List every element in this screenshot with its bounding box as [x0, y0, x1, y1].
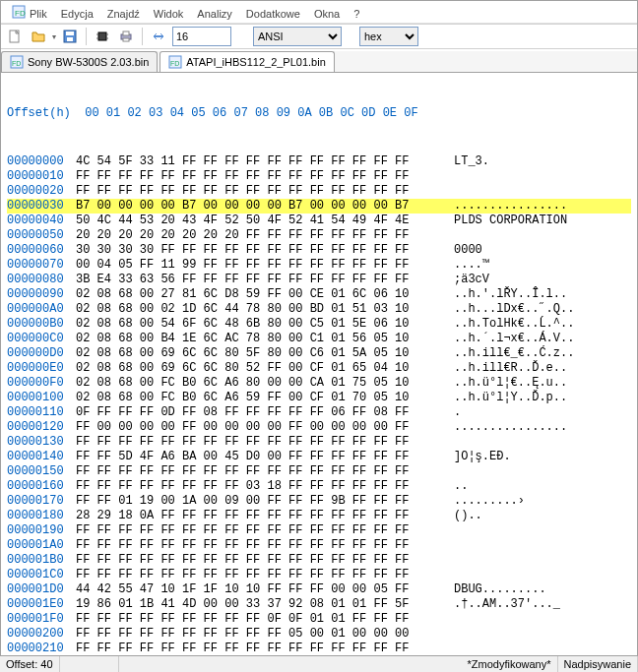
menu-analizy[interactable]: Analizy: [190, 6, 238, 22]
tab-sony[interactable]: FD Sony BW-5300S 2.03.bin: [1, 51, 158, 72]
hex-row[interactable]: 000001E0 19 86 01 1B 41 4D 00 00 33 37 9…: [7, 597, 631, 612]
save-icon[interactable]: [60, 27, 80, 46]
hex-row[interactable]: 000001D0 44 42 55 47 10 1F 1F 10 10 FF F…: [7, 582, 631, 597]
hex-row[interactable]: 00000120 FF 00 00 00 00 FF 00 00 00 00 F…: [7, 420, 631, 435]
hex-row[interactable]: 00000080 3B E4 33 63 56 FF FF FF FF FF F…: [7, 273, 631, 287]
hex-row[interactable]: 00000160 FF FF FF FF FF FF FF FF 03 18 F…: [7, 479, 631, 494]
bytes-per-line-input[interactable]: [172, 27, 231, 46]
hex-row[interactable]: 00000020 FF FF FF FF FF FF FF FF FF FF F…: [7, 184, 631, 199]
hex-row[interactable]: 00000180 28 29 18 0A FF FF FF FF FF FF F…: [7, 509, 631, 523]
tab-label: Sony BW-5300S 2.03.bin: [28, 56, 149, 68]
hex-row[interactable]: 00000200 FF FF FF FF FF FF FF FF FF FF 0…: [7, 627, 631, 641]
menu-plik[interactable]: Plik: [23, 6, 54, 22]
svg-rect-4: [66, 31, 74, 35]
hex-row[interactable]: 00000090 02 08 68 00 27 81 6C D8 59 FF 0…: [7, 287, 631, 302]
status-mode: Nadpisywanie: [558, 656, 638, 672]
print-icon[interactable]: [116, 27, 136, 46]
base-select[interactable]: hex: [359, 27, 418, 46]
hex-row[interactable]: 000000C0 02 08 68 00 B4 1E 6C AC 78 80 0…: [7, 332, 631, 346]
svg-rect-5: [67, 37, 73, 41]
hex-header: Offset(h) 00 01 02 03 04 05 06 07 08 09 …: [7, 106, 631, 121]
svg-rect-12: [123, 31, 129, 35]
hex-row[interactable]: 00000040 50 4C 44 53 20 43 4F 52 50 4F 5…: [7, 214, 631, 228]
menu-okna[interactable]: Okna: [307, 6, 347, 22]
status-modified: *Zmodyfikowany*: [462, 656, 558, 672]
hex-row[interactable]: 00000060 30 30 30 30 FF FF FF FF FF FF F…: [7, 243, 631, 258]
hex-row[interactable]: 00000130 FF FF FF FF FF FF FF FF FF FF F…: [7, 435, 631, 450]
new-file-icon[interactable]: [5, 27, 25, 46]
hex-row[interactable]: 000001C0 FF FF FF FF FF FF FF FF FF FF F…: [7, 568, 631, 582]
status-offset: Offset: 40: [0, 656, 60, 672]
separator: [142, 28, 143, 45]
hex-row[interactable]: 00000140 FF FF 5D 4F A6 BA 00 45 D0 00 F…: [7, 450, 631, 464]
hex-row[interactable]: 000000A0 02 08 68 00 02 1D 6C 44 78 80 0…: [7, 302, 631, 317]
menu-dodatkowe[interactable]: Dodatkowe: [239, 6, 307, 22]
separator: [86, 28, 87, 45]
status-bar: Offset: 40 *Zmodyfikowany* Nadpisywanie: [0, 655, 638, 672]
chip-icon[interactable]: [93, 27, 112, 46]
hex-row[interactable]: 00000170 FF FF 01 19 00 1A 00 09 00 FF F…: [7, 494, 631, 509]
svg-text:FD: FD: [12, 60, 21, 67]
hex-row[interactable]: 00000100 02 08 68 00 FC B0 6C A6 59 FF 0…: [7, 391, 631, 405]
tab-bar: FD Sony BW-5300S 2.03.bin FD ATAPI_iHBS1…: [1, 51, 637, 73]
file-icon: FD: [10, 55, 24, 69]
menu-items: Plik Edycja Znajdź Widok Analizy Dodatko…: [1, 4, 637, 25]
hex-row[interactable]: 000000F0 02 08 68 00 FC B0 6C A6 80 00 0…: [7, 376, 631, 391]
menu-znajdz[interactable]: Znajdź: [100, 6, 147, 22]
hex-row[interactable]: 000001A0 FF FF FF FF FF FF FF FF FF FF F…: [7, 538, 631, 553]
file-icon: FD: [168, 55, 182, 69]
open-folder-icon[interactable]: [29, 27, 48, 46]
menu-widok[interactable]: Widok: [147, 6, 191, 22]
hex-row[interactable]: 000000D0 02 08 68 00 69 6C 6C 80 5F 80 0…: [7, 346, 631, 361]
hex-row[interactable]: 00000030 B7 00 00 00 00 B7 00 00 00 00 B…: [7, 199, 631, 214]
menu-edycja[interactable]: Edycja: [54, 6, 100, 22]
hex-row[interactable]: 00000000 4C 54 5F 33 11 FF FF FF FF FF F…: [7, 154, 631, 169]
hex-row[interactable]: 00000050 20 20 20 20 20 20 20 20 FF FF F…: [7, 228, 631, 243]
svg-text:FD: FD: [170, 60, 179, 67]
toolbar: ▾ ANSI hex: [1, 25, 637, 49]
width-icon[interactable]: [149, 27, 168, 46]
hex-row[interactable]: 000001B0 FF FF FF FF FF FF FF FF FF FF F…: [7, 553, 631, 568]
hex-row[interactable]: 00000150 FF FF FF FF FF FF FF FF FF FF F…: [7, 464, 631, 479]
svg-rect-13: [123, 38, 129, 41]
tab-atapi[interactable]: FD ATAPI_iHBS112_2_PL01.bin: [160, 51, 334, 72]
hex-view[interactable]: Offset(h) 00 01 02 03 04 05 06 07 08 09 …: [1, 73, 637, 672]
menu-help[interactable]: ?: [347, 6, 366, 22]
hex-row[interactable]: 00000210 FF FF FF FF FF FF FF FF FF FF F…: [7, 641, 631, 656]
hex-row[interactable]: 00000190 FF FF FF FF FF FF FF FF FF FF F…: [7, 523, 631, 538]
hex-row[interactable]: 000000B0 02 08 68 00 54 6F 6C 48 6B 80 0…: [7, 317, 631, 332]
hex-row[interactable]: 000000E0 02 08 68 00 69 6C 6C 80 52 FF 0…: [7, 361, 631, 376]
svg-rect-6: [98, 32, 106, 40]
tab-label: ATAPI_iHBS112_2_PL01.bin: [186, 56, 325, 68]
hex-row[interactable]: 00000070 00 04 05 FF 11 99 FF FF FF FF F…: [7, 258, 631, 273]
charset-select[interactable]: ANSI: [253, 27, 342, 46]
status-empty: [60, 656, 119, 672]
hex-row[interactable]: 00000010 FF FF FF FF FF FF FF FF FF FF F…: [7, 169, 631, 184]
hex-row[interactable]: 00000110 0F FF FF FF 0D FF 08 FF FF FF F…: [7, 405, 631, 420]
hex-row[interactable]: 000001F0 FF FF FF FF FF FF FF FF FF 0F 0…: [7, 612, 631, 627]
